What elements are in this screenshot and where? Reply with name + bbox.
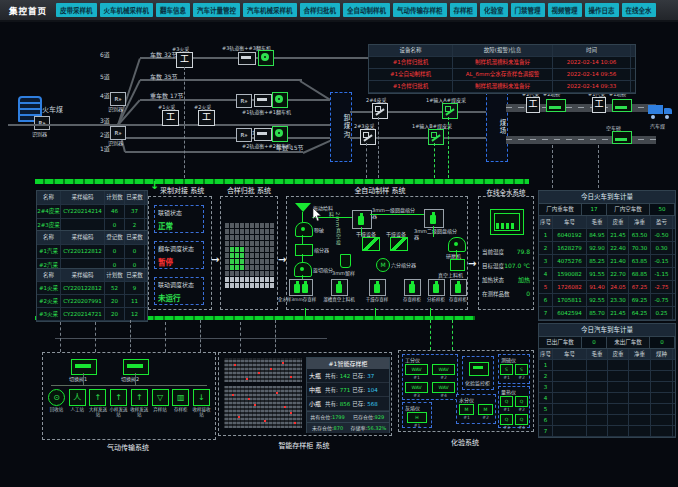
weighbridge-monitor-icon[interactable] — [254, 94, 272, 107]
weighbridge-icon[interactable] — [612, 99, 632, 112]
cell — [629, 415, 651, 425]
car-dumper-icon[interactable] — [258, 50, 274, 66]
cell: 2022-02-14 09:33 — [553, 81, 631, 92]
truck-sampler-icon[interactable]: 工 — [526, 97, 540, 113]
nav-tab[interactable]: 视频管理 — [548, 3, 582, 17]
sample-cup-icon[interactable] — [340, 254, 351, 268]
switch-valve-icon[interactable] — [123, 359, 149, 375]
nav-tab[interactable]: 合样归批机 — [300, 3, 341, 17]
divider-icon[interactable] — [295, 244, 313, 256]
train-sampler-icon[interactable]: 工 — [176, 52, 193, 68]
track-label: 2道 — [100, 130, 110, 139]
instrument-icon[interactable]: M — [459, 404, 475, 415]
nav-tab[interactable]: 汽车机械采样机 — [243, 3, 297, 17]
rack-cell — [265, 241, 269, 246]
storage-dot — [294, 422, 296, 424]
dryer-icon[interactable] — [390, 237, 408, 251]
nav-tab[interactable]: 汽车计量管控 — [193, 3, 240, 17]
rfid-reader-icon[interactable]: R» — [236, 94, 252, 108]
nav-tab[interactable]: 化验室 — [480, 3, 508, 17]
nav-tab[interactable]: 门禁管理 — [511, 3, 545, 17]
nav-tab[interactable]: 存样柜 — [450, 3, 478, 17]
lab-monitor-icon[interactable] — [469, 362, 489, 376]
cell: #1全自动制样机 — [369, 69, 453, 80]
train-sampler-icon[interactable]: 工 — [198, 110, 215, 126]
weighbridge-icon[interactable] — [612, 131, 632, 144]
nav-tab[interactable]: 皮带采样机 — [56, 3, 97, 17]
nav-tab[interactable]: 操作日志 — [585, 3, 619, 17]
instrument-icon[interactable]: M — [478, 404, 494, 415]
truck-icon[interactable] — [648, 103, 674, 119]
instrument-icon[interactable]: Q — [500, 414, 513, 425]
station-icon[interactable]: ▥ — [172, 389, 189, 406]
belt-sampler-icon[interactable] — [360, 129, 376, 145]
belt-sampler-icon[interactable] — [428, 129, 444, 145]
station-icon[interactable]: ↓ — [193, 389, 210, 406]
sample-bottle-icon[interactable] — [450, 279, 467, 296]
mill-icon[interactable] — [448, 237, 466, 252]
rfid-reader-icon[interactable]: R» — [110, 126, 126, 140]
instrument-icon[interactable]: WAV — [405, 382, 428, 393]
six-divider-icon[interactable]: M — [376, 258, 390, 272]
belt-sampler-icon[interactable] — [442, 103, 458, 119]
rack-cell — [270, 247, 274, 252]
status-value: 暂停 — [158, 256, 200, 267]
station-label: 收样发送站 — [130, 407, 149, 417]
cell: 制样机溜槽料未准备好 — [453, 81, 553, 92]
disc-divider-icon[interactable] — [352, 210, 372, 229]
rfid-reader-icon[interactable]: R» — [110, 92, 126, 106]
instrument-icon[interactable]: Q — [515, 396, 528, 407]
instrument-icon[interactable]: WAV — [405, 364, 428, 375]
station-icon[interactable]: ↑ — [110, 389, 127, 406]
instrument-icon[interactable]: S — [500, 364, 513, 375]
cell: 84.95 — [587, 229, 608, 241]
instrument-icon[interactable]: WAV — [432, 364, 455, 375]
train-sampler-icon[interactable]: 工 — [162, 110, 179, 126]
rotary-divider-icon[interactable] — [294, 262, 312, 277]
table-row: #1合样归批机制样机溜槽料未准备好2022-02-14 09:33 — [369, 81, 635, 93]
switch-valve-icon[interactable] — [71, 359, 97, 375]
nav-tab[interactable]: 翻车信息 — [156, 3, 190, 17]
nav-tab[interactable]: 全自动制样机 — [343, 3, 390, 17]
rfid-reader-icon[interactable]: R» — [236, 128, 252, 142]
weighbridge-monitor-icon[interactable] — [254, 128, 272, 141]
sample-bottle-icon[interactable] — [369, 279, 386, 296]
instrument-icon[interactable]: H — [407, 412, 427, 423]
instrument-icon[interactable]: S — [515, 364, 528, 375]
cable — [430, 320, 431, 350]
sample-bottle-icon[interactable] — [428, 279, 445, 296]
instrument-icon[interactable]: Q — [515, 414, 528, 425]
nav-tab[interactable]: 火车机械采样机 — [100, 3, 154, 17]
disc-divider-icon[interactable] — [424, 209, 444, 228]
station-icon[interactable]: 人 — [69, 389, 86, 406]
weighbridge-monitor-icon[interactable] — [238, 52, 256, 65]
car-dumper-icon[interactable] — [272, 92, 288, 108]
vacuum-loader-icon[interactable] — [450, 259, 465, 271]
dryer-icon[interactable] — [362, 237, 380, 251]
sample-bottle-icon[interactable] — [331, 279, 348, 296]
stat-value: 929 — [375, 414, 385, 420]
nav-tab[interactable]: 在线全水 — [622, 3, 656, 17]
belt-sampler-icon[interactable] — [372, 103, 388, 119]
instrument-icon[interactable]: WAV — [432, 382, 455, 393]
cell: 0 — [105, 245, 125, 258]
moisture-oven-icon[interactable] — [490, 209, 524, 235]
weighbridge-icon[interactable] — [546, 99, 566, 112]
rfid-reader-icon[interactable]: R» — [34, 116, 50, 130]
sample-bottle-icon[interactable] — [404, 279, 421, 296]
bottle-size-label: 小瓶 — [309, 399, 323, 408]
truck-sampler-icon[interactable]: 工 — [592, 97, 606, 113]
nav-tab[interactable]: 气动传输存样柜 — [393, 3, 447, 17]
sample-bottle-icon[interactable] — [289, 279, 313, 296]
instrument-icon[interactable]: Q — [500, 396, 513, 407]
jaw-crusher-icon[interactable] — [295, 222, 313, 237]
nav-tab-active[interactable]: 集控首页 — [3, 4, 53, 16]
station-icon[interactable]: ↑ — [131, 389, 148, 406]
station-icon[interactable]: ⊙ — [48, 389, 65, 406]
track-count: 重车数 17节 — [150, 91, 184, 100]
station-icon[interactable]: ▽ — [152, 389, 169, 406]
feeder-funnel-icon[interactable] — [295, 203, 311, 212]
station-icon[interactable]: ↑ — [89, 389, 106, 406]
pneumatic-station: ▽弃样站 — [151, 389, 170, 417]
car-dumper-icon[interactable] — [272, 126, 288, 142]
